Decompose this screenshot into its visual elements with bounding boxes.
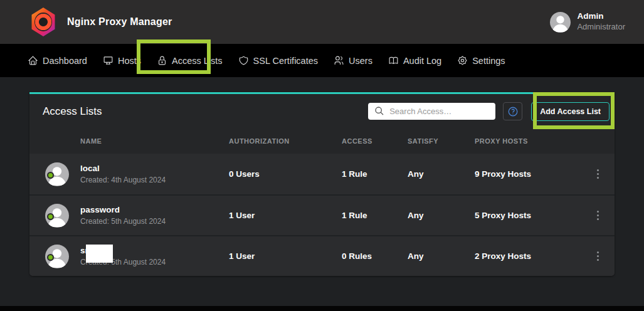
vertical-ellipsis-icon [597,211,599,213]
row-created: Created: 4th August 2024 [80,175,166,186]
cell-satisfy: Any [408,251,475,261]
app-root: Nginx Proxy Manager Admin Administrator … [0,0,644,311]
nav-item-settings[interactable]: Settings [457,55,505,66]
row-menu-button[interactable] [589,165,608,184]
topbar: Nginx Proxy Manager Admin Administrator [0,0,644,44]
main-nav: Dashboard Hosts Access Lists SSL Certifi… [0,44,644,77]
nav-label: SSL Certificates [253,56,318,66]
status-dot [47,172,54,179]
avatar-wrap [45,204,69,228]
vertical-ellipsis-icon [597,251,599,254]
vertical-ellipsis-icon [597,169,599,172]
person-silhouette-icon [550,12,571,33]
cell-satisfy: Any [408,211,475,220]
row-name: local [80,162,166,175]
redaction-overlay [86,245,113,263]
cell-authorization: 1 User [229,211,342,220]
nav-label: Access Lists [172,56,223,66]
user-role: Administrator [577,22,625,32]
cell-proxy-hosts: 2 Proxy Hosts [475,251,581,261]
nav-label: Hosts [118,56,141,66]
npm-logo-icon [30,8,56,36]
name-cell: password Created: 5th August 2024 [29,204,229,228]
access-list-row: password Created: 5th August 2024 1 User… [29,194,615,235]
access-lists-panel: Access Lists Add Access List NAME AUTHOR… [29,92,615,276]
cell-access: 0 Rules [342,251,408,261]
status-dot [47,213,54,220]
app-title: Nginx Proxy Manager [67,16,172,28]
avatar-wrap [45,162,69,186]
access-list-row: local Created: 4th August 2024 0 Users 1… [29,154,615,194]
nav-item-hosts[interactable]: Hosts [103,55,141,66]
cell-access: 1 Rule [342,211,408,220]
search-icon [374,106,384,116]
column-header-proxy-hosts: PROXY HOSTS [475,137,581,145]
row-menu-button[interactable] [589,206,608,225]
row-name: password [80,204,166,216]
home-icon [28,55,38,66]
column-header-access: ACCESS [342,137,408,145]
cell-satisfy: Any [408,169,475,179]
users-icon [334,55,344,66]
column-header-authorization: AUTHORIZATION [229,137,342,145]
avatar-wrap [45,245,69,268]
search-wrap [368,103,495,120]
name-cell: sn Created: 5th August 2024 [29,245,229,268]
row-menu-button[interactable] [589,247,608,266]
access-list-row: sn Created: 5th August 2024 1 User 0 Rul… [29,235,615,276]
help-button[interactable] [503,102,522,120]
nav-item-audit-log[interactable]: Audit Log [388,55,441,66]
nav-label: Users [349,56,372,66]
monitor-icon [103,55,113,66]
user-name: Admin [577,11,625,22]
user-menu[interactable]: Admin Administrator [550,11,625,32]
lock-icon [157,55,167,66]
nav-label: Settings [472,56,505,66]
avatar [550,12,571,33]
cell-authorization: 0 Users [229,169,342,179]
column-header-satisfy: SATISFY [408,137,475,145]
nav-item-dashboard[interactable]: Dashboard [28,55,87,66]
cell-access: 1 Rule [342,169,408,179]
user-text: Admin Administrator [577,11,625,32]
nav-item-users[interactable]: Users [334,55,372,66]
name-lines: local Created: 4th August 2024 [80,162,166,186]
bottom-strip [0,306,644,311]
add-access-list-button[interactable]: Add Access List [531,102,610,121]
gear-icon [457,55,468,66]
search-input[interactable] [368,103,495,120]
npm-logo-core [34,13,52,31]
cell-proxy-hosts: 5 Proxy Hosts [475,211,581,220]
column-header-name: NAME [29,137,229,145]
row-created: Created: 5th August 2024 [80,216,166,227]
status-dot [47,254,54,261]
panel-header: Access Lists Add Access List [29,94,615,129]
panel-title: Access Lists [43,105,368,118]
name-cell: local Created: 4th August 2024 [29,162,229,186]
help-icon [507,106,519,117]
name-lines: password Created: 5th August 2024 [80,204,166,227]
cell-authorization: 1 User [229,251,342,261]
table-header: NAME AUTHORIZATION ACCESS SATISFY PROXY … [29,129,615,154]
nav-item-access-lists[interactable]: Access Lists [157,55,223,66]
nav-item-ssl-certificates[interactable]: SSL Certificates [238,55,318,66]
shield-icon [238,55,249,66]
cell-proxy-hosts: 9 Proxy Hosts [475,169,581,179]
book-icon [388,55,399,66]
nav-label: Dashboard [43,56,87,66]
nav-label: Audit Log [403,56,441,66]
